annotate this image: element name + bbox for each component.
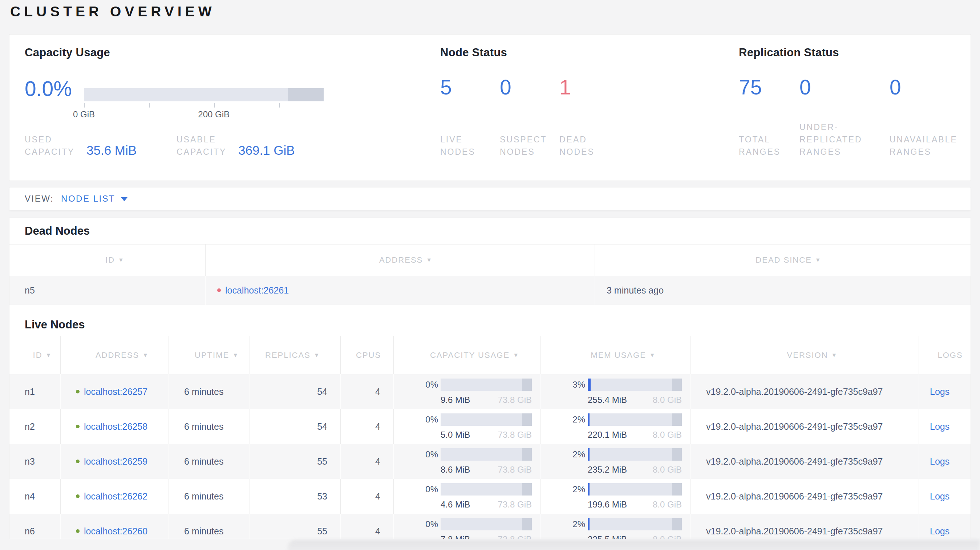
unavailable-ranges-stat: 0 UNAVAILABLE RANGES — [889, 75, 973, 158]
live-status-dot-icon — [76, 459, 80, 463]
header-address[interactable]: ADDRESS▼ — [60, 336, 169, 374]
cell-address: localhost:26257 — [60, 374, 169, 409]
logs-link[interactable]: Logs — [930, 421, 970, 432]
header-cpus: CPUS — [341, 336, 394, 374]
used-capacity-value: 35.6 MiB — [86, 143, 137, 158]
view-selector[interactable]: NODE LIST — [61, 194, 127, 204]
cell-logs: Logs — [919, 409, 970, 444]
header-dead-since[interactable]: DEAD SINCE▼ — [595, 245, 970, 276]
total-ranges-count: 75 — [739, 75, 799, 99]
dead-nodes-table: ID▼ ADDRESS▼ DEAD SINCE▼ n5 localhost:26… — [10, 244, 970, 305]
suspect-nodes-count: 0 — [500, 75, 559, 99]
live-node-row: n3 localhost:26259 6 minutes 55 4 0% 8.6… — [10, 444, 970, 479]
cell-address: localhost:26260 — [60, 513, 169, 539]
cell-logs: Logs — [919, 444, 970, 479]
cell-version: v19.2.0-alpha.20190606-2491-gfe735c9a97 — [691, 374, 919, 409]
sort-desc-icon: ▼ — [314, 352, 320, 359]
header-mem-usage[interactable]: MEM USAGE▼ — [541, 336, 691, 374]
cell-capacity-usage: 0% 7.8 MiB73.8 GiB — [394, 513, 541, 539]
usable-capacity-value: 369.1 GiB — [238, 143, 295, 158]
mem-usage-bar — [588, 518, 682, 530]
node-address-link[interactable]: localhost:26258 — [84, 421, 148, 432]
dead-node-row: n5 localhost:26261 3 minutes ago — [10, 276, 970, 305]
sort-desc-icon: ▼ — [649, 352, 656, 359]
cell-version: v19.2.0-alpha.20190606-2491-gfe735c9a97 — [691, 444, 919, 479]
live-node-row: n6 localhost:26260 6 minutes 55 4 0% 7.8… — [10, 513, 970, 539]
unavailable-label: UNAVAILABLE RANGES — [889, 114, 973, 158]
cell-replicas: 54 — [250, 409, 341, 444]
capacity-bar-track — [84, 88, 324, 101]
cell-uptime: 6 minutes — [169, 444, 250, 479]
cell-cpus: 4 — [341, 409, 394, 444]
live-nodes-header-row: ID▼ ADDRESS▼ UPTIME▼ REPLICAS▼ CPUS CAPA… — [10, 336, 970, 374]
header-capacity-usage[interactable]: CAPACITY USAGE▼ — [394, 336, 541, 374]
node-address-link[interactable]: localhost:26259 — [84, 456, 148, 467]
dead-status-dot-icon — [217, 288, 221, 292]
live-nodes-label: LIVE NODES — [440, 114, 500, 158]
cell-logs: Logs — [919, 513, 970, 539]
node-address-link[interactable]: localhost:26262 — [84, 491, 148, 502]
cell-capacity-usage: 0% 8.6 MiB73.8 GiB — [394, 444, 541, 479]
view-label: VIEW: — [25, 194, 54, 204]
header-id[interactable]: ID▼ — [10, 336, 60, 374]
cell-mem-usage: 2% 220.1 MiB8.0 GiB — [541, 409, 691, 444]
live-node-row: n1 localhost:26257 6 minutes 54 4 0% 9.6… — [10, 374, 970, 409]
replication-status-title: Replication Status — [739, 46, 839, 59]
axis-tick-label: 0 GiB — [73, 109, 95, 119]
capacity-usage-bar — [441, 483, 532, 496]
header-uptime[interactable]: UPTIME▼ — [169, 336, 250, 374]
cell-uptime: 6 minutes — [169, 374, 250, 409]
cell-logs: Logs — [919, 374, 970, 409]
axis-tick — [279, 103, 280, 108]
mem-usage-bar — [588, 483, 682, 496]
header-version[interactable]: VERSION▼ — [691, 336, 919, 374]
suspect-nodes-label: SUSPECT NODES — [500, 114, 559, 158]
cell-node-id: n3 — [10, 444, 60, 479]
header-address[interactable]: ADDRESS▼ — [205, 245, 595, 276]
cell-mem-usage: 2% 199.6 MiB8.0 GiB — [541, 479, 691, 513]
logs-link[interactable]: Logs — [930, 491, 970, 502]
cell-node-id: n6 — [10, 513, 60, 539]
sort-desc-icon: ▼ — [831, 352, 838, 359]
logs-link[interactable]: Logs — [930, 526, 970, 537]
mem-usage-bar — [588, 448, 682, 461]
live-node-row: n2 localhost:26258 6 minutes 54 4 0% 5.0… — [10, 409, 970, 444]
cell-cpus: 4 — [341, 444, 394, 479]
node-address-link[interactable]: localhost:26257 — [84, 386, 148, 397]
node-address-link[interactable]: localhost:26261 — [225, 285, 289, 296]
cell-node-id: n5 — [10, 276, 205, 305]
cell-address: localhost:26258 — [60, 409, 169, 444]
node-address-link[interactable]: localhost:26260 — [84, 526, 148, 537]
header-logs: LOGS — [919, 336, 970, 374]
cell-address: localhost:26261 — [205, 276, 595, 305]
usable-capacity: USABLE CAPACITY 369.1 GiB — [177, 134, 328, 158]
cell-capacity-usage: 0% 4.6 MiB73.8 GiB — [394, 479, 541, 513]
logs-link[interactable]: Logs — [930, 456, 970, 467]
node-status-stats: 5 LIVE NODES 0 SUSPECT NODES 1 DEAD NODE… — [440, 75, 621, 158]
cell-replicas: 53 — [250, 479, 341, 513]
logs-link[interactable]: Logs — [930, 386, 970, 397]
axis-tick-label: 200 GiB — [198, 109, 229, 119]
axis-tick — [214, 103, 215, 108]
sort-desc-icon: ▼ — [513, 352, 519, 359]
cell-address: localhost:26262 — [60, 479, 169, 513]
live-nodes-section-title: Live Nodes — [25, 318, 84, 331]
capacity-usage-bar — [441, 413, 532, 426]
nodes-section: Dead Nodes ID▼ ADDRESS▼ DEAD SINCE▼ n5 l… — [10, 218, 970, 539]
capacity-usage-title: Capacity Usage — [25, 46, 110, 59]
used-capacity-label: USED CAPACITY — [25, 134, 86, 158]
dead-nodes-stat: 1 DEAD NODES — [559, 75, 621, 158]
sort-desc-icon: ▼ — [46, 352, 52, 359]
cluster-summary-card: Capacity Usage 0.0% 0 GiB 200 GiB USED C… — [10, 35, 970, 181]
live-nodes-table: ID▼ ADDRESS▼ UPTIME▼ REPLICAS▼ CPUS CAPA… — [10, 335, 970, 539]
capacity-usage-bar — [441, 448, 532, 461]
header-id[interactable]: ID▼ — [10, 245, 205, 276]
capacity-gauge: 0 GiB 200 GiB — [84, 88, 324, 125]
cell-cpus: 4 — [341, 374, 394, 409]
cell-logs: Logs — [919, 479, 970, 513]
usable-capacity-label: USABLE CAPACITY — [177, 134, 238, 158]
header-replicas[interactable]: REPLICAS▼ — [250, 336, 341, 374]
dead-nodes-section-title: Dead Nodes — [25, 224, 90, 238]
live-status-dot-icon — [76, 390, 80, 393]
suspect-nodes-stat: 0 SUSPECT NODES — [500, 75, 559, 158]
